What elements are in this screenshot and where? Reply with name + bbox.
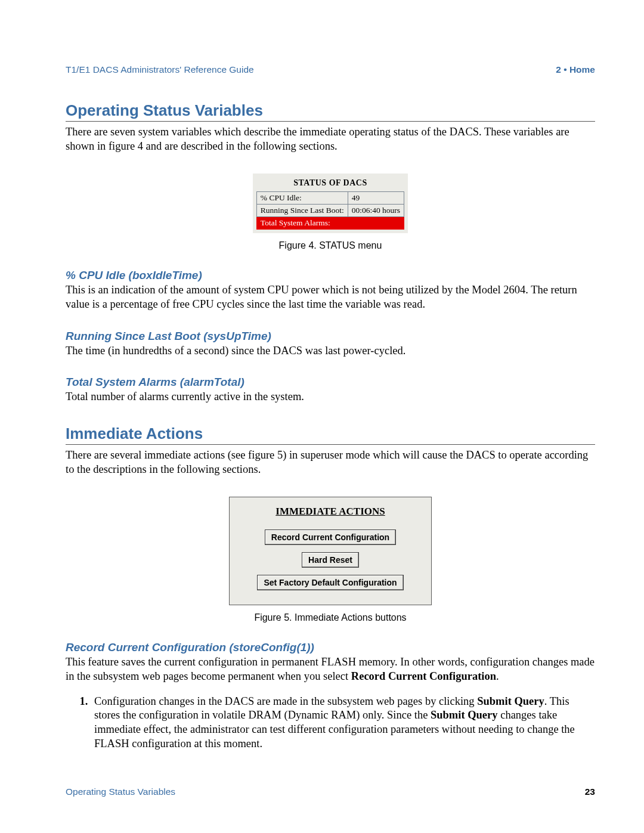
status-panel-title: STATUS OF DACS [256, 178, 404, 188]
status-value: 49 [348, 192, 404, 205]
list-item: Configuration changes in the DACS are ma… [91, 695, 595, 751]
subheading-uptime: Running Since Last Boot (sysUpTime) [66, 330, 595, 343]
actions-panel: IMMEDIATE ACTIONS Record Current Configu… [229, 497, 432, 605]
section-intro: There are seven system variables which d… [66, 125, 595, 153]
figure-caption: Figure 5. Immediate Actions buttons [66, 612, 595, 623]
page: T1/E1 DACS Administrators' Reference Gui… [0, 0, 644, 833]
subheading-cpu-idle: % CPU Idle (boxIdleTime) [66, 269, 595, 282]
sub-body: The time (in hundredths of a second) sin… [66, 344, 595, 358]
table-row: Running Since Last Boot: 00:06:40 hours [256, 205, 404, 217]
status-label: Running Since Last Boot: [256, 205, 348, 217]
table-row-alarm: Total System Alarms: [256, 217, 404, 230]
section-intro: There are several immediate actions (see… [66, 448, 595, 476]
sub-body: This is an indication of the amount of s… [66, 283, 595, 311]
status-table: % CPU Idle: 49 Running Since Last Boot: … [256, 191, 404, 230]
figure-caption: Figure 4. STATUS menu [66, 240, 595, 251]
figure-5: IMMEDIATE ACTIONS Record Current Configu… [66, 497, 595, 623]
header-chapter: 2 • Home [556, 64, 595, 75]
text-run: This feature saves the current configura… [66, 656, 595, 682]
bold-run: Submit Query [431, 709, 498, 721]
numbered-list: Configuration changes in the DACS are ma… [66, 695, 595, 751]
actions-panel-title: IMMEDIATE ACTIONS [244, 506, 417, 518]
page-number: 23 [585, 786, 595, 797]
subheading-record-config: Record Current Configuration (storeConfi… [66, 641, 595, 654]
factory-default-button[interactable]: Set Factory Default Configuration [257, 575, 403, 590]
header-guide-title: T1/E1 DACS Administrators' Reference Gui… [66, 64, 254, 75]
hard-reset-button[interactable]: Hard Reset [302, 552, 359, 568]
status-label: % CPU Idle: [256, 192, 348, 205]
bold-run: Submit Query [477, 695, 544, 707]
bold-run: Record Current Configuration [351, 670, 496, 682]
footer-section-name: Operating Status Variables [66, 786, 175, 797]
text-run: Configuration changes in the DACS are ma… [94, 695, 477, 707]
section-heading-immediate-actions: Immediate Actions [66, 425, 595, 445]
section-heading-operating-status: Operating Status Variables [66, 101, 595, 122]
subheading-alarms: Total System Alarms (alarmTotal) [66, 376, 595, 389]
text-run: . [496, 670, 499, 682]
table-row: % CPU Idle: 49 [256, 192, 404, 205]
figure-4: STATUS OF DACS % CPU Idle: 49 Running Si… [66, 174, 595, 251]
status-label: Total System Alarms: [256, 217, 348, 230]
running-footer: Operating Status Variables 23 [66, 786, 595, 797]
sub-body: This feature saves the current configura… [66, 655, 595, 683]
sub-body: Total number of alarms currently active … [66, 390, 595, 404]
status-value: 00:06:40 hours [348, 205, 404, 217]
status-value [348, 217, 404, 230]
status-panel: STATUS OF DACS % CPU Idle: 49 Running Si… [253, 174, 408, 233]
running-header: T1/E1 DACS Administrators' Reference Gui… [66, 64, 595, 75]
record-config-button[interactable]: Record Current Configuration [265, 529, 396, 545]
